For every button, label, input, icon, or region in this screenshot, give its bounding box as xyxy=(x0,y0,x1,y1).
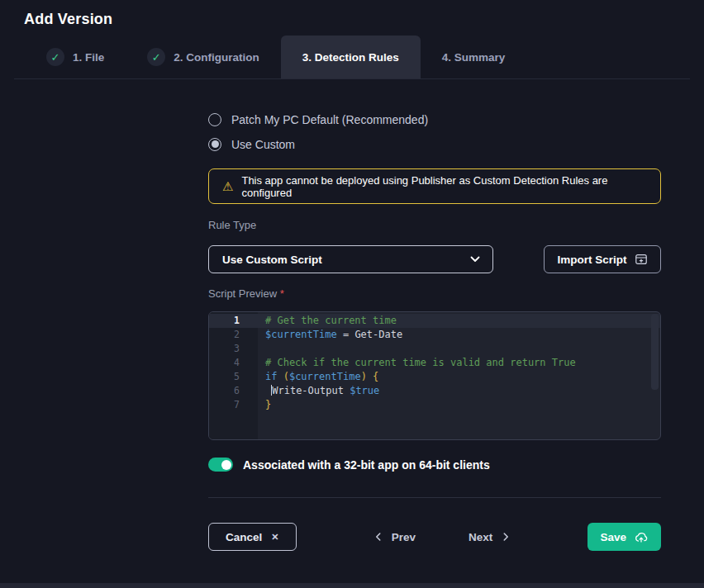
radio-option-custom-label: Use Custom xyxy=(231,138,295,151)
detection-rules-panel: Patch My PC Default (Recommended) Use Cu… xyxy=(208,112,661,551)
next-label: Next xyxy=(469,531,492,543)
code-line-6: Write-Output $true xyxy=(258,384,660,398)
tab-detection-rules-label: 3. Detection Rules xyxy=(302,51,399,64)
chevron-down-icon xyxy=(468,252,483,267)
check-circle: ✓ xyxy=(147,48,165,66)
toggle-switch-on[interactable] xyxy=(208,458,233,472)
import-box-icon xyxy=(635,253,648,266)
editor-gutter: 1234567 xyxy=(209,312,258,439)
code-line-5: if ($currentTime) { xyxy=(258,370,660,384)
cloud-upload-icon xyxy=(634,529,649,544)
code-line-7: } xyxy=(258,398,660,412)
tab-file[interactable]: ✓ 1. File xyxy=(25,36,126,78)
bottom-edge-strip xyxy=(0,583,704,588)
cancel-button[interactable]: Cancel ✕ xyxy=(208,523,297,551)
rule-type-selected-value: Use Custom Script xyxy=(222,254,322,266)
import-script-button[interactable]: Import Script xyxy=(544,245,661,273)
radio-icon-default[interactable] xyxy=(208,113,221,126)
radio-option-default-label: Patch My PC Default (Recommended) xyxy=(231,113,428,126)
warning-banner: ⚠ This app cannot be deployed using Publ… xyxy=(208,168,661,204)
tab-configuration[interactable]: ✓ 2. Configuration xyxy=(126,36,281,78)
tab-configuration-label: 2. Configuration xyxy=(174,51,259,64)
checkmark-icon: ✓ xyxy=(51,52,60,63)
footer-divider xyxy=(208,497,661,498)
save-label: Save xyxy=(600,531,626,543)
tab-summary[interactable]: 4. Summary xyxy=(421,36,527,78)
warning-text: This app cannot be deployed using Publis… xyxy=(241,174,647,199)
required-asterisk: * xyxy=(280,287,284,300)
footer-actions: Cancel ✕ Prev Next Save xyxy=(208,523,661,551)
check-circle: ✓ xyxy=(46,48,64,66)
chevron-right-icon xyxy=(500,531,511,543)
warning-triangle-icon: ⚠ xyxy=(222,180,233,192)
tabbar-divider xyxy=(14,78,690,79)
editor-scrollbar-thumb[interactable] xyxy=(651,314,659,390)
import-script-label: Import Script xyxy=(557,254,626,266)
rule-type-label: Rule Type xyxy=(208,219,661,232)
rule-type-row: Use Custom Script Import Script xyxy=(208,245,661,273)
code-line-4: # Check if the current time is valid and… xyxy=(258,356,660,370)
tab-file-label: 1. File xyxy=(73,51,104,64)
next-button[interactable]: Next xyxy=(469,531,511,543)
wizard-tabbar: ✓ 1. File ✓ 2. Configuration 3. Detectio… xyxy=(0,36,704,78)
save-button[interactable]: Save xyxy=(587,523,661,551)
editor-code[interactable]: # Get the current time$currentTime = Get… xyxy=(258,312,660,439)
chevron-left-icon xyxy=(373,531,384,543)
code-line-1: # Get the current time xyxy=(258,314,660,328)
code-line-3 xyxy=(258,342,660,356)
close-icon: ✕ xyxy=(271,532,278,543)
prev-button[interactable]: Prev xyxy=(373,531,416,543)
prev-label: Prev xyxy=(392,531,416,543)
bitness-toggle-row[interactable]: Associated with a 32-bit app on 64-bit c… xyxy=(208,458,661,472)
checkmark-icon: ✓ xyxy=(152,52,161,63)
tab-summary-label: 4. Summary xyxy=(442,51,506,64)
rule-type-select[interactable]: Use Custom Script xyxy=(208,245,493,273)
code-line-2: $currentTime = Get-Date xyxy=(258,328,660,342)
page-title: Add Version xyxy=(24,11,704,28)
tab-detection-rules[interactable]: 3. Detection Rules xyxy=(281,36,421,78)
wizard-nav: Prev Next xyxy=(373,531,512,543)
radio-option-custom[interactable]: Use Custom xyxy=(208,137,661,151)
script-preview-editor[interactable]: 1234567 # Get the current time$currentTi… xyxy=(208,311,661,440)
cancel-label: Cancel xyxy=(226,531,262,543)
script-preview-label: Script Preview * xyxy=(208,287,661,301)
bitness-toggle-label: Associated with a 32-bit app on 64-bit c… xyxy=(243,458,490,472)
header: Add Version xyxy=(0,0,704,28)
radio-option-default[interactable]: Patch My PC Default (Recommended) xyxy=(208,112,661,126)
radio-icon-custom-selected[interactable] xyxy=(208,138,221,151)
